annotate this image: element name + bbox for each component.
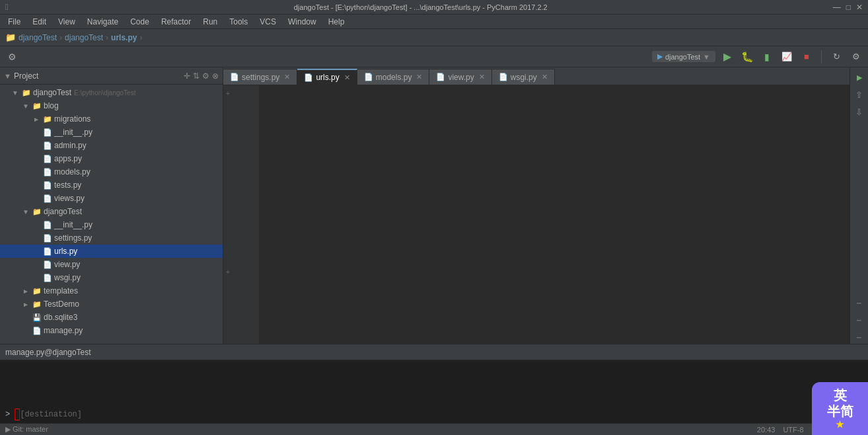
tree-item-tests[interactable]: 📄 tests.py [0, 178, 223, 192]
cursor-pos: 20:43 [757, 426, 776, 434]
tree-item-admin[interactable]: 📄 admin.py [0, 139, 223, 152]
tab-close-models[interactable]: ✕ [416, 73, 422, 81]
sidebar-down-btn[interactable]: ⇩ [852, 104, 867, 119]
menu-item-help[interactable]: Help [323, 16, 350, 28]
tab-settings-py[interactable]: 📄 settings.py ✕ [223, 69, 297, 85]
profile-button[interactable]: 📈 [779, 49, 795, 65]
ime-text: 英 半简 [827, 387, 853, 419]
menu-item-window[interactable]: Window [283, 16, 322, 28]
breadcrumb-file[interactable]: urls.py [111, 33, 137, 42]
menu-item-view[interactable]: View [53, 16, 81, 28]
toolbar-gear-btn[interactable]: ⚙ [4, 49, 20, 65]
folder-icon: 📁 [32, 100, 42, 111]
tree-item-templates[interactable]: ► 📁 templates [0, 284, 223, 297]
tree-item-db[interactable]: 💾 db.sqlite3 [0, 311, 223, 324]
tab-close-view[interactable]: ✕ [479, 73, 485, 81]
toolbar: ⚙ ▶ djangoTest ▼ ▶ 🐛 ▮ 📈 ■ ↻ ⚙ [0, 46, 868, 67]
tab-close-wsgi[interactable]: ✕ [542, 73, 548, 81]
project-sync-btn[interactable]: ⇅ [193, 71, 199, 81]
tree-item-djangotest-pkg[interactable]: ▼ 📁 djangoTest [0, 205, 223, 218]
tree-item-testdemo[interactable]: ► 📁 TestDemo [0, 297, 223, 311]
menu-item-edit[interactable]: Edit [27, 16, 52, 28]
menu-item-file[interactable]: File [3, 16, 26, 28]
sidebar-btn1[interactable]: ⎯ [852, 292, 867, 307]
tree-item-init1[interactable]: 📄 __init__.py [0, 126, 223, 139]
terminal-body[interactable]: > [destination] [0, 360, 868, 423]
minimize-button[interactable]: — [833, 3, 841, 12]
tree-item-urls[interactable]: 📄 urls.py [0, 245, 223, 258]
tree-item-migrations[interactable]: ► 📁 migrations [0, 112, 223, 126]
py-tab-icon: 📄 [364, 73, 373, 81]
sidebar-btn3[interactable]: ⎯ [852, 327, 867, 341]
ime-star: ★ [836, 419, 844, 430]
menu-item-vcs[interactable]: VCS [254, 16, 281, 28]
breadcrumb-root[interactable]: djangoTest [18, 33, 57, 42]
folder-icon: 📁 [32, 299, 42, 309]
tab-view-py[interactable]: 📄 view.py ✕ [429, 69, 491, 85]
menu-item-navigate[interactable]: Navigate [82, 16, 124, 28]
terminal-line: > [destination] [5, 409, 863, 420]
close-button[interactable]: ✕ [856, 3, 863, 12]
tree-item-views-blog[interactable]: 📄 views.py [0, 192, 223, 205]
project-add-btn[interactable]: ✛ [184, 71, 190, 81]
menu-item-refactor[interactable]: Refactor [156, 16, 196, 28]
sidebar-toggle-btn[interactable]: ▶ [852, 70, 867, 85]
py-icon: 📄 [42, 233, 53, 243]
menu-item-run[interactable]: Run [198, 16, 223, 28]
run-config-selector[interactable]: ▶ djangoTest ▼ [652, 51, 715, 62]
py-icon: 📄 [42, 259, 53, 270]
menu-bar: FileEditViewNavigateCodeRefactorRunTools… [0, 15, 868, 29]
main-area: ▼ Project ✛ ⇅ ⚙ ⊗ ▼ 📁 djangoTest E:\pyth… [0, 67, 868, 344]
editor-tabs: 📄 settings.py ✕ 📄 urls.py ✕ 📄 models.py … [223, 67, 850, 85]
py-icon: 📄 [42, 153, 53, 164]
code-editor[interactable]: ++ [223, 85, 850, 344]
terminal-header: manage.py@djangoTest [0, 344, 868, 360]
package-icon: 📁 [21, 87, 32, 98]
terminal-title: manage.py@djangoTest [5, 348, 91, 357]
tree-item-settings[interactable]: 📄 settings.py [0, 231, 223, 245]
tree-item-blog[interactable]: ▼ 📁 blog [0, 99, 223, 112]
tree-item-models-blog[interactable]: 📄 models.py [0, 165, 223, 178]
title-bar:  djangoTest - [E:\python\djangoTest] - … [0, 0, 868, 15]
sidebar-btn2[interactable]: ⎯ [852, 309, 867, 324]
tree-item-init2[interactable]: 📄 __init__.py [0, 218, 223, 231]
ime-overlay[interactable]: 英 半简 ★ [812, 382, 868, 435]
code-content[interactable] [259, 85, 850, 344]
py-icon: 📄 [42, 127, 53, 138]
tree-item-manage[interactable]: 📄 manage.py [0, 324, 223, 337]
debug-button[interactable]: 🐛 [739, 49, 755, 65]
tab-close-urls[interactable]: ✕ [344, 73, 350, 82]
py-tab-icon: 📄 [499, 73, 508, 81]
update-button[interactable]: ↻ [828, 49, 844, 65]
breadcrumb-bar: 📁 djangoTest › djangoTest › urls.py › [0, 29, 868, 46]
run-button[interactable]: ▶ [719, 49, 735, 65]
tab-models-py[interactable]: 📄 models.py ✕ [357, 69, 430, 85]
menu-item-code[interactable]: Code [125, 16, 155, 28]
project-settings-btn[interactable]: ⚙ [202, 71, 209, 81]
settings2-button[interactable]: ⚙ [848, 49, 864, 65]
coverage-button[interactable]: ▮ [759, 49, 775, 65]
tree-item-djangotest-root[interactable]: ▼ 📁 djangoTest E:\python\djangoTest [0, 86, 223, 99]
tree-item-apps[interactable]: 📄 apps.py [0, 152, 223, 165]
stop-button[interactable]: ■ [799, 49, 814, 65]
project-collapse-btn[interactable]: ⊗ [212, 71, 219, 81]
encoding: UTF-8 [783, 426, 803, 434]
breadcrumb-package[interactable]: djangoTest [65, 33, 103, 42]
run-config-label: djangoTest [665, 53, 700, 61]
tree-item-wsgi[interactable]: 📄 wsgi.py [0, 271, 223, 284]
py-icon: 📄 [42, 272, 53, 283]
tree-item-view[interactable]: 📄 view.py [0, 258, 223, 271]
py-tab-icon: 📄 [230, 73, 239, 81]
py-icon: 📄 [42, 246, 53, 257]
sidebar-up-btn[interactable]: ⇧ [852, 87, 867, 102]
py-icon: 📄 [42, 219, 53, 230]
py-icon: 📄 [32, 325, 42, 336]
status-bar: ▶ Git: master 20:43 UTF-8 LF Python 3.6 [0, 423, 868, 435]
tab-wsgi-py[interactable]: 📄 wsgi.py ✕ [492, 69, 555, 85]
tab-urls-py[interactable]: 📄 urls.py ✕ [297, 69, 357, 85]
bottom-panel: manage.py@djangoTest > [destination] [0, 344, 868, 423]
file-tree: ▼ 📁 djangoTest E:\python\djangoTest ▼ 📁 … [0, 85, 223, 344]
tab-close-settings[interactable]: ✕ [284, 73, 290, 81]
menu-item-tools[interactable]: Tools [224, 16, 253, 28]
maximize-button[interactable]: □ [846, 3, 851, 12]
